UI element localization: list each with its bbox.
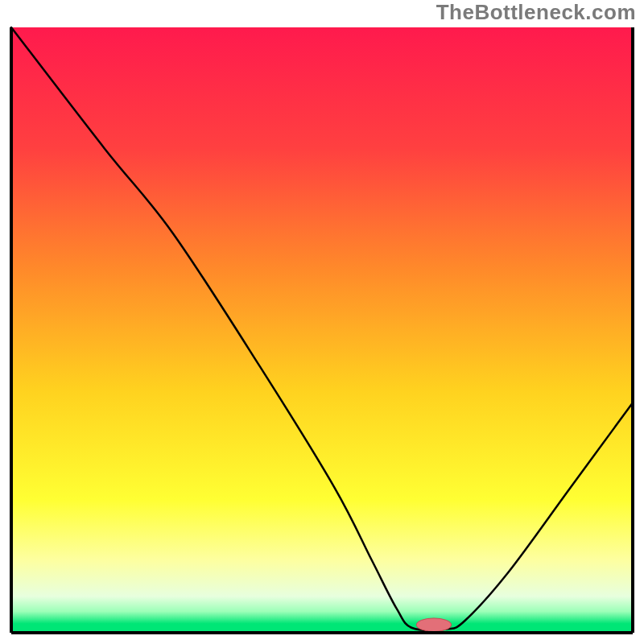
plot-background — [11, 27, 633, 633]
watermark-text: TheBottleneck.com — [436, 0, 636, 25]
optimal-marker — [416, 618, 451, 632]
chart-canvas: TheBottleneck.com — [0, 0, 644, 644]
bottleneck-plot — [8, 24, 636, 636]
